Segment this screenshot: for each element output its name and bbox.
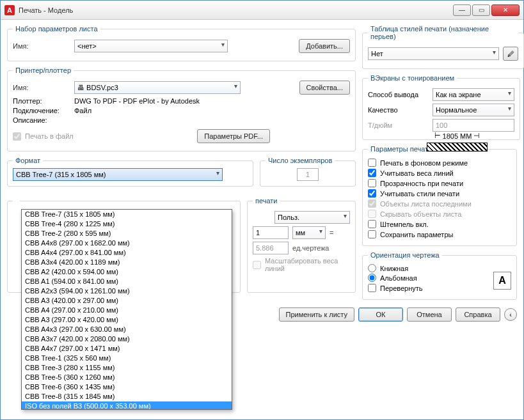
plot-styles-group: Таблица стилей печати (назначение перьев… <box>362 25 524 69</box>
transparency-checkbox[interactable] <box>368 179 376 187</box>
plot-styles-legend: Таблица стилей печати (назначение перьев… <box>368 25 518 40</box>
format-option[interactable]: CBB Tree-1 (325 x 560 мм) <box>22 354 232 363</box>
pdf-params-button[interactable]: Параметры PDF... <box>197 129 270 143</box>
format-option[interactable]: CBB A2 (420.00 x 594.00 мм) <box>22 267 232 277</box>
preview-width: 1805 MM <box>443 132 472 140</box>
hide-paperspace-checkbox <box>368 210 376 218</box>
printer-name-select[interactable]: 🖶 BDSV.pc3 <box>74 81 241 94</box>
printer-legend: Принтер/плоттер <box>13 66 74 74</box>
page-setup-name-label: Имя: <box>13 42 70 50</box>
format-option[interactable]: CBB Tree-8 (315 x 1845 мм) <box>22 392 232 401</box>
format-dropdown-list[interactable]: CBB Tree-7 (315 x 1805 мм)CBB Tree-4 (28… <box>21 209 232 410</box>
format-option[interactable]: CBB A3 (297.00 x 420.00 мм) <box>22 315 232 325</box>
pencil-icon: 🖉 <box>507 50 514 58</box>
plot-to-file-checkbox <box>13 132 21 141</box>
plotter-label: Плоттер: <box>13 97 70 105</box>
scale-unit-select[interactable]: мм <box>292 226 326 239</box>
plot-scale-legend: печати <box>253 197 280 205</box>
paper-preview: ⊢1805 MM⊣ <box>427 132 488 173</box>
plot-style-table-select[interactable]: Нет <box>368 47 499 60</box>
shade-quality-label: Качество <box>368 106 429 114</box>
format-group: Формат CBB Tree-7 (315 x 1805 мм) <box>7 157 253 187</box>
orientation-group: Ориентация чертежа Книжная Альбомная Пер… <box>362 251 517 300</box>
shade-viewport-group: ВЭкраны с тонированием Способ выводаКак … <box>362 74 520 140</box>
background-plot-checkbox[interactable] <box>368 159 376 167</box>
paperspace-last-checkbox <box>368 199 376 208</box>
copies-input[interactable] <box>297 168 319 181</box>
plot-params-legend: Параметры печати <box>368 145 434 153</box>
format-option[interactable]: CBB A3 (420.00 x 297.00 мм) <box>22 296 232 306</box>
plot-scale-group: печати Польз. мм = ед.чертежа <box>247 197 356 293</box>
description-label: Описание: <box>13 116 70 124</box>
page-setup-name-select[interactable]: <нет> <box>74 40 228 52</box>
shade-quality-select[interactable]: Нормальное <box>433 104 514 116</box>
dpi-input <box>433 119 514 132</box>
apply-to-layout-button[interactable]: Применить к листу <box>279 307 355 322</box>
copies-group: Число экземпляров <box>260 157 356 187</box>
format-option[interactable]: CBB A2x3 (594.00 x 1261.00 мм) <box>22 286 232 296</box>
autocad-icon: A <box>4 5 15 15</box>
add-page-setup-button[interactable]: Добавить... <box>299 39 350 53</box>
format-option[interactable]: CBB A4 (297.00 x 210.00 мм) <box>22 306 232 315</box>
close-button[interactable]: ✕ <box>491 4 520 16</box>
format-option[interactable]: CBB A4x3 (297.00 x 630.00 мм) <box>22 325 232 334</box>
shade-method-label: Способ вывода <box>368 91 429 98</box>
format-legend: Формат <box>13 157 43 164</box>
upside-down-checkbox[interactable] <box>368 284 376 292</box>
scale-denominator-input[interactable] <box>253 242 289 254</box>
lineweights-checkbox[interactable] <box>368 169 376 177</box>
maximize-button[interactable]: ▭ <box>472 4 490 16</box>
scale-numerator-input[interactable] <box>253 226 289 239</box>
format-option[interactable]: CBB A1 (594.00 x 841.00 мм) <box>22 277 232 286</box>
orientation-legend: Ориентация чертежа <box>368 251 442 259</box>
format-option[interactable]: CBB A4x8 (297.00 x 1682.00 мм) <box>22 238 232 248</box>
shade-legend: ВЭкраны с тонированием <box>368 74 457 82</box>
format-option[interactable]: CBB Tree-2 (280 x 595 мм) <box>22 229 232 238</box>
printer-group: Принтер/плоттер Имя: 🖶 BDSV.pc3 Свойства… <box>7 66 356 152</box>
dpi-label: Т/дюйм <box>368 121 429 129</box>
landscape-radio[interactable] <box>368 274 376 282</box>
format-option[interactable]: CBB Tree-7 (315 x 1805 мм) <box>22 210 232 219</box>
format-option[interactable]: CBB Tree-4 (280 x 1225 мм) <box>22 219 232 229</box>
scale-lineweights-label: Масштабировать веса линий <box>265 257 350 272</box>
connection-label: Подключение: <box>13 107 70 114</box>
scale-select[interactable]: Польз. <box>274 211 350 224</box>
format-option[interactable]: CBB A4x4 (297.00 x 841.00 мм) <box>22 248 232 258</box>
connection-value: Файл <box>74 107 91 114</box>
shade-method-select[interactable]: Как на экране <box>433 88 514 101</box>
printer-name-label: Имя: <box>13 84 70 91</box>
format-option[interactable]: CBB Tree-3 (280 x 1155 мм) <box>22 363 232 373</box>
format-option[interactable]: CBB Tree-5 (360 x 1260 мм) <box>22 373 232 382</box>
minimize-button[interactable]: — <box>453 4 471 16</box>
printer-properties-button[interactable]: Свойства... <box>299 81 350 95</box>
orientation-preview-icon: A <box>493 272 511 290</box>
titlebar[interactable]: A Печать - Модель — ▭ ✕ <box>1 1 523 20</box>
page-setup-group: Набор параметров листа Имя: <нет> Добави… <box>7 25 356 61</box>
plot-to-file-label: Печать в файл <box>25 132 74 140</box>
format-option[interactable]: CBB Tree-6 (360 x 1435 мм) <box>22 382 232 392</box>
help-button[interactable]: Справка <box>456 307 500 322</box>
portrait-radio[interactable] <box>368 264 376 272</box>
save-changes-checkbox[interactable] <box>368 230 376 238</box>
page-setup-legend: Набор параметров листа <box>13 25 100 33</box>
format-option[interactable]: ISO без полей B3 (500.00 x 353.00 мм) <box>22 401 232 410</box>
plot-style-edit-button[interactable]: 🖉 <box>503 47 518 61</box>
format-option[interactable]: CBB A4x7 (297.00 x 1471 мм) <box>22 344 232 354</box>
format-option[interactable]: CBB A3x7 (420.00 x 2080.00 мм) <box>22 334 232 344</box>
ok-button[interactable]: ОК <box>358 307 403 322</box>
plot-styles-checkbox[interactable] <box>368 189 376 198</box>
drawing-units-label: ед.чертежа <box>292 244 329 252</box>
stamp-checkbox[interactable] <box>368 220 376 228</box>
equals-label: = <box>329 229 333 237</box>
window-title: Печать - Модель <box>19 6 453 14</box>
plotter-value: DWG To PDF - PDF ePlot - by Autodesk <box>74 97 200 105</box>
collapse-options-button[interactable]: ‹ <box>504 308 517 321</box>
cancel-button[interactable]: Отмена <box>407 307 452 322</box>
plot-dialog: A Печать - Модель — ▭ ✕ Набор параметров… <box>0 0 524 420</box>
paper-format-select[interactable]: CBB Tree-7 (315 x 1805 мм) <box>13 168 223 181</box>
scale-lineweights-checkbox <box>253 261 261 269</box>
format-option[interactable]: CBB A3x4 (420.00 x 1189 мм) <box>22 258 232 267</box>
copies-legend: Число экземпляров <box>266 157 335 164</box>
